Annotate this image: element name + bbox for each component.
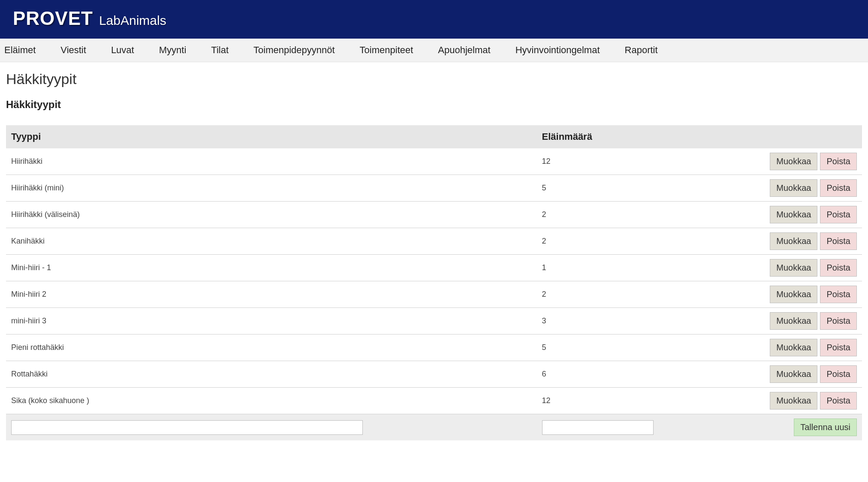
edit-button[interactable]: Muokkaa — [770, 339, 817, 356]
table-row: mini-hiiri 33MuokkaaPoista — [6, 308, 862, 334]
cell-actions: MuokkaaPoista — [725, 361, 862, 388]
delete-button[interactable]: Poista — [820, 312, 857, 330]
nav-item-raportit[interactable]: Raportit — [625, 45, 658, 56]
cell-count: 5 — [537, 334, 725, 361]
cell-actions: MuokkaaPoista — [725, 202, 862, 228]
new-row-form: Tallenna uusi — [6, 414, 862, 441]
delete-button[interactable]: Poista — [820, 206, 857, 223]
cell-type: Hiirihäkki — [6, 148, 537, 175]
edit-button[interactable]: Muokkaa — [770, 365, 817, 383]
cell-actions: MuokkaaPoista — [725, 308, 862, 334]
edit-button[interactable]: Muokkaa — [770, 179, 817, 197]
cell-count: 12 — [537, 388, 725, 414]
app-subtitle: LabAnimals — [99, 13, 166, 28]
delete-button[interactable]: Poista — [820, 259, 857, 277]
cage-types-table: Tyyppi Eläinmäärä Hiirihäkki12MuokkaaPoi… — [6, 125, 862, 440]
cell-type: Hiirihäkki (mini) — [6, 175, 537, 202]
nav-item-toimenpiteet[interactable]: Toimenpiteet — [360, 45, 413, 56]
edit-button[interactable]: Muokkaa — [770, 286, 817, 303]
cell-type: Kanihäkki — [6, 228, 537, 255]
column-header-count: Eläinmäärä — [537, 125, 725, 148]
app-brand: PROVET — [13, 8, 93, 29]
cell-type: Pieni rottahäkki — [6, 334, 537, 361]
cell-actions: MuokkaaPoista — [725, 255, 862, 281]
cell-type: Sika (koko sikahuone ) — [6, 388, 537, 414]
delete-button[interactable]: Poista — [820, 392, 857, 410]
cell-type: Rottahäkki — [6, 361, 537, 388]
cell-actions: MuokkaaPoista — [725, 388, 862, 414]
page-title: Häkkityypit — [6, 71, 862, 87]
content-area: Häkkityypit Häkkityypit Tyyppi Eläinmäär… — [0, 62, 868, 446]
nav-item-hyvinvointiongelmat[interactable]: Hyvinvointiongelmat — [515, 45, 600, 56]
nav-item-elaimet[interactable]: Eläimet — [4, 45, 36, 56]
section-title: Häkkityypit — [6, 99, 862, 111]
cell-actions: MuokkaaPoista — [725, 175, 862, 202]
delete-button[interactable]: Poista — [820, 286, 857, 303]
edit-button[interactable]: Muokkaa — [770, 206, 817, 223]
nav-item-luvat[interactable]: Luvat — [111, 45, 134, 56]
cell-count: 6 — [537, 361, 725, 388]
nav-item-apuohjelmat[interactable]: Apuohjelmat — [438, 45, 490, 56]
cell-actions: MuokkaaPoista — [725, 281, 862, 308]
cell-actions: MuokkaaPoista — [725, 148, 862, 175]
edit-button[interactable]: Muokkaa — [770, 232, 817, 250]
column-header-type: Tyyppi — [6, 125, 537, 148]
delete-button[interactable]: Poista — [820, 232, 857, 250]
nav-item-toimenpidepyynnot[interactable]: Toimenpidepyynnöt — [253, 45, 335, 56]
cell-count: 5 — [537, 175, 725, 202]
edit-button[interactable]: Muokkaa — [770, 153, 817, 170]
table-row: Pieni rottahäkki5MuokkaaPoista — [6, 334, 862, 361]
table-row: Hiirihäkki (mini)5MuokkaaPoista — [6, 175, 862, 202]
edit-button[interactable]: Muokkaa — [770, 312, 817, 330]
cell-count: 3 — [537, 308, 725, 334]
cell-type: Hiirihäkki (väliseinä) — [6, 202, 537, 228]
cell-count: 1 — [537, 255, 725, 281]
delete-button[interactable]: Poista — [820, 153, 857, 170]
table-row: Mini-hiiri - 11MuokkaaPoista — [6, 255, 862, 281]
nav-item-tilat[interactable]: Tilat — [211, 45, 229, 56]
table-row: Mini-hiiri 22MuokkaaPoista — [6, 281, 862, 308]
save-new-button[interactable]: Tallenna uusi — [794, 419, 857, 436]
cell-type: Mini-hiiri - 1 — [6, 255, 537, 281]
delete-button[interactable]: Poista — [820, 179, 857, 197]
cell-actions: MuokkaaPoista — [725, 228, 862, 255]
new-type-input[interactable] — [11, 420, 363, 435]
cell-count: 2 — [537, 228, 725, 255]
delete-button[interactable]: Poista — [820, 365, 857, 383]
cell-type: mini-hiiri 3 — [6, 308, 537, 334]
edit-button[interactable]: Muokkaa — [770, 259, 817, 277]
cell-actions: MuokkaaPoista — [725, 334, 862, 361]
cell-type: Mini-hiiri 2 — [6, 281, 537, 308]
header-bar: PROVET LabAnimals — [0, 0, 868, 39]
nav-bar: Eläimet Viestit Luvat Myynti Tilat Toime… — [0, 39, 868, 62]
delete-button[interactable]: Poista — [820, 339, 857, 356]
table-row: Sika (koko sikahuone )12MuokkaaPoista — [6, 388, 862, 414]
table-row: Kanihäkki2MuokkaaPoista — [6, 228, 862, 255]
table-row: Hiirihäkki12MuokkaaPoista — [6, 148, 862, 175]
table-row: Rottahäkki6MuokkaaPoista — [6, 361, 862, 388]
column-header-actions — [725, 125, 862, 148]
edit-button[interactable]: Muokkaa — [770, 392, 817, 410]
new-count-input[interactable] — [542, 420, 654, 435]
nav-item-viestit[interactable]: Viestit — [60, 45, 86, 56]
cell-count: 2 — [537, 202, 725, 228]
cell-count: 2 — [537, 281, 725, 308]
cell-count: 12 — [537, 148, 725, 175]
nav-item-myynti[interactable]: Myynti — [159, 45, 187, 56]
table-row: Hiirihäkki (väliseinä)2MuokkaaPoista — [6, 202, 862, 228]
